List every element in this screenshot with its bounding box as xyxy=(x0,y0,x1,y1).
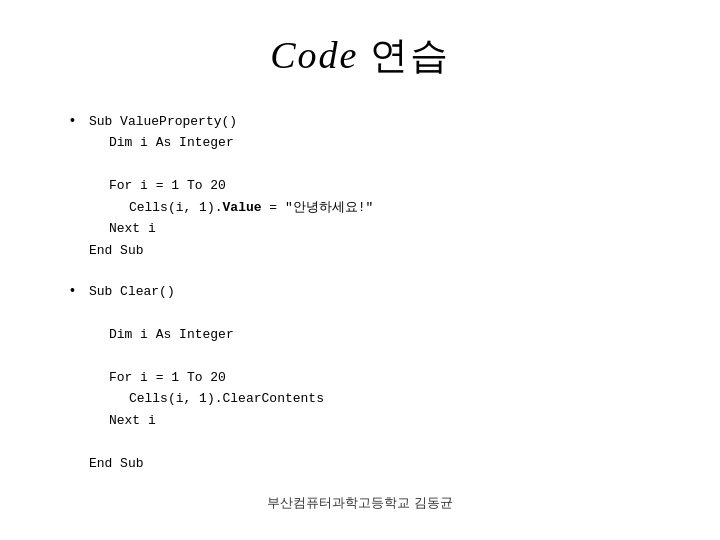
page-title: Code 연습 xyxy=(60,30,660,81)
bullet-2: • xyxy=(70,282,75,298)
code-line xyxy=(89,345,324,366)
code-line: Sub ValueProperty() xyxy=(89,111,373,132)
code-block-2: Sub Clear() Dim i As Integer For i = 1 T… xyxy=(89,281,324,474)
code-line: Sub Clear() xyxy=(89,281,324,302)
code-block-1: Sub ValueProperty() Dim i As Integer For… xyxy=(89,111,373,261)
code-line xyxy=(89,431,324,452)
code-line: Dim i As Integer xyxy=(89,324,324,345)
code-line: For i = 1 To 20 xyxy=(89,175,373,196)
footer: 부산컴퓨터과학고등학교 김동균 xyxy=(0,494,720,512)
title-korean: 연습 xyxy=(370,34,450,76)
section-1: • Sub ValueProperty() Dim i As Integer F… xyxy=(70,111,660,261)
code-line: End Sub xyxy=(89,453,324,474)
code-line: Cells(i, 1).Value = "안녕하세요!" xyxy=(89,197,373,218)
code-line: Next i xyxy=(89,218,373,239)
content-area: • Sub ValueProperty() Dim i As Integer F… xyxy=(60,111,660,474)
bullet-1: • xyxy=(70,112,75,128)
code-line: Next i xyxy=(89,410,324,431)
code-line xyxy=(89,303,324,324)
code-line: End Sub xyxy=(89,240,373,261)
code-line: For i = 1 To 20 xyxy=(89,367,324,388)
code-line xyxy=(89,154,373,175)
footer-text: 부산컴퓨터과학고등학교 김동균 xyxy=(267,495,453,510)
code-line: Cells(i, 1).ClearContents xyxy=(89,388,324,409)
section-2: • Sub Clear() Dim i As Integer For i = 1… xyxy=(70,281,660,474)
code-keyword: Value xyxy=(223,200,262,215)
page: Code 연습 • Sub ValueProperty() Dim i As I… xyxy=(0,0,720,540)
title-code: Code xyxy=(270,34,370,76)
code-line: Dim i As Integer xyxy=(89,132,373,153)
